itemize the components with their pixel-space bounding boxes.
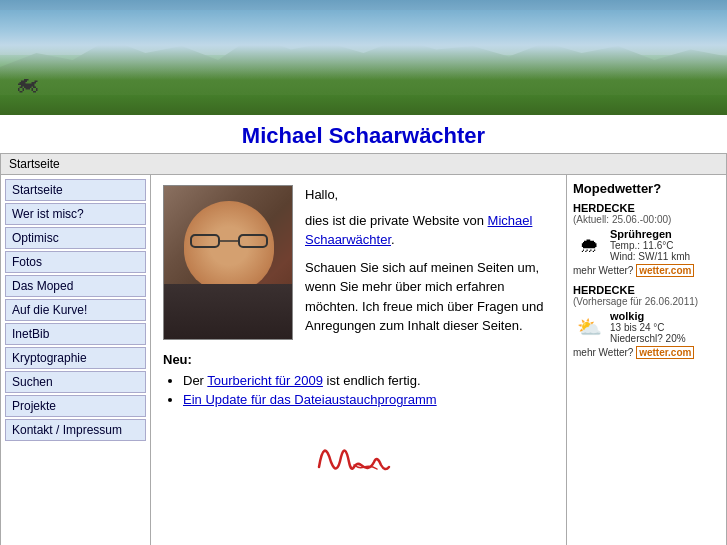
nav-das-moped[interactable]: Das Moped	[5, 275, 146, 297]
news-item-2: Ein Update für das Dateiaustauchprogramm	[183, 392, 554, 407]
nav-wer-ist-misc[interactable]: Wer ist misc?	[5, 203, 146, 225]
nav-auf-die-kurve[interactable]: Auf die Kurve!	[5, 299, 146, 321]
breadcrumb: Startseite	[0, 153, 727, 175]
weather-current-more: mehr Wetter? wetter.com	[573, 265, 720, 276]
news-list: Der Tourbericht für 2009 ist endlich fer…	[163, 373, 554, 407]
weather-forecast-link[interactable]: wetter.com	[636, 346, 694, 359]
weather-current-location: HERDECKE	[573, 202, 720, 214]
weather-current: HERDECKE (Aktuell: 25.06.-00:00) 🌧 Sprüh…	[573, 202, 720, 276]
main-layout: Startseite Wer ist misc? Optimisc Fotos …	[0, 175, 727, 545]
nav-startseite[interactable]: Startseite	[5, 179, 146, 201]
weather-current-row: 🌧 Sprühregen Temp.: 11.6°C Wind: SW/11 k…	[573, 228, 720, 262]
cloudy-icon: ⛅	[573, 311, 605, 343]
weather-current-wind: Wind: SW/11 kmh	[610, 251, 690, 262]
news-link-2[interactable]: Ein Update für das Dateiaustauchprogramm	[183, 392, 437, 407]
moped-decoration: 🏍	[15, 69, 39, 97]
content-area: Hallo, dies ist die private Website von …	[151, 175, 566, 545]
weather-current-temp: Temp.: 11.6°C	[610, 240, 690, 251]
nav-fotos[interactable]: Fotos	[5, 251, 146, 273]
content-upper: Hallo, dies ist die private Website von …	[163, 185, 554, 340]
sidebar: Startseite Wer ist misc? Optimisc Fotos …	[1, 175, 151, 545]
weather-panel: Mopedwetter? HERDECKE (Aktuell: 25.06.-0…	[566, 175, 726, 545]
nav-projekte[interactable]: Projekte	[5, 395, 146, 417]
signature-svg	[309, 427, 409, 482]
news-section: Neu: Der Tourbericht für 2009 ist endlic…	[163, 352, 554, 407]
weather-forecast: HERDECKE (Vorhersage für 26.06.2011) ⛅ w…	[573, 284, 720, 358]
profile-photo	[163, 185, 293, 340]
svg-rect-0	[191, 235, 219, 247]
greeting: Hallo,	[305, 185, 554, 205]
weather-current-condition: Sprühregen	[610, 228, 690, 240]
weather-forecast-temp: 13 bis 24 °C	[610, 322, 686, 333]
photo-glasses	[189, 231, 269, 249]
rain-icon: 🌧	[573, 229, 605, 261]
svg-rect-1	[239, 235, 267, 247]
weather-heading: Mopedwetter?	[573, 181, 720, 196]
mountain-decoration	[0, 25, 727, 95]
photo-body	[164, 284, 292, 339]
weather-current-link[interactable]: wetter.com	[636, 264, 694, 277]
nav-inetbib[interactable]: InetBib	[5, 323, 146, 345]
weather-current-date: (Aktuell: 25.06.-00:00)	[573, 214, 720, 225]
nav-kryptographie[interactable]: Kryptographie	[5, 347, 146, 369]
nav-suchen[interactable]: Suchen	[5, 371, 146, 393]
weather-forecast-condition: wolkig	[610, 310, 686, 322]
site-title: Michael Schaarwächter	[0, 115, 727, 153]
intro-description: Schauen Sie sich auf meinen Seiten um, w…	[305, 258, 554, 336]
weather-forecast-niederschlag: Niederschl? 20%	[610, 333, 686, 344]
intro-paragraph: dies ist die private Website von Michael…	[305, 211, 554, 250]
weather-forecast-row: ⛅ wolkig 13 bis 24 °C Niederschl? 20%	[573, 310, 720, 344]
signature-area	[163, 427, 554, 485]
news-item-1: Der Tourbericht für 2009 ist endlich fer…	[183, 373, 554, 388]
news-link-1[interactable]: Tourbericht für 2009	[207, 373, 323, 388]
weather-forecast-location: HERDECKE	[573, 284, 720, 296]
weather-forecast-date: (Vorhersage für 26.06.2011)	[573, 296, 720, 307]
news-heading: Neu:	[163, 352, 554, 367]
intro-text: Hallo, dies ist die private Website von …	[305, 185, 554, 340]
nav-kontakt-impressum[interactable]: Kontakt / Impressum	[5, 419, 146, 441]
nav-optimisc[interactable]: Optimisc	[5, 227, 146, 249]
weather-forecast-more: mehr Wetter? wetter.com	[573, 347, 720, 358]
header-banner: 🏍	[0, 0, 727, 115]
